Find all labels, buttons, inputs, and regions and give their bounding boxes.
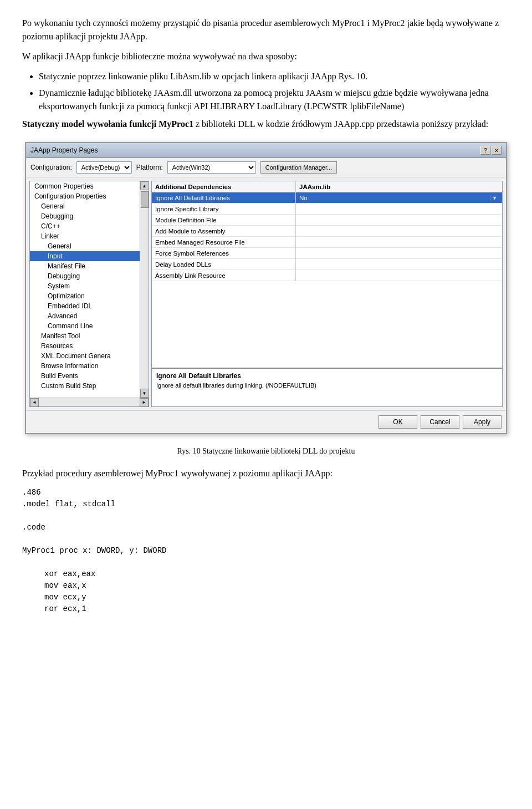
prop-value-force-symbol bbox=[296, 248, 502, 258]
prop-name-module-def: Module Definition File bbox=[152, 215, 296, 225]
tree-item-linker-general[interactable]: General bbox=[30, 241, 140, 251]
code-line10: mov ecx,y bbox=[22, 592, 510, 603]
code-line7 bbox=[22, 557, 510, 568]
scroll-up-arrow[interactable]: ▲ bbox=[140, 181, 149, 190]
prop-value-embed-managed bbox=[296, 237, 502, 247]
titlebar-buttons: ? ✕ bbox=[480, 146, 502, 155]
code-line3 bbox=[22, 510, 510, 522]
tree-item-resources[interactable]: Resources bbox=[30, 341, 140, 351]
prop-row-force-symbol[interactable]: Force Symbol References bbox=[152, 248, 502, 259]
prop-name-delay-loaded: Delay Loaded DLLs bbox=[152, 259, 296, 269]
code-line4: .code bbox=[22, 522, 510, 533]
tree-item-linker-debugging[interactable]: Debugging bbox=[30, 271, 140, 281]
apply-button[interactable]: Apply bbox=[463, 415, 502, 429]
help-button[interactable]: ? bbox=[480, 146, 490, 155]
prop-value-ignore-specific bbox=[296, 203, 502, 214]
prop-row-ignore-specific[interactable]: Ignore Specific Library bbox=[152, 203, 502, 215]
code-line9: mov eax,x bbox=[22, 580, 510, 592]
scroll-down-arrow[interactable]: ▼ bbox=[140, 389, 149, 398]
config-label: Configuration: bbox=[30, 164, 72, 171]
intro-para1: Po wykonaniu tych czynności możemy przys… bbox=[22, 17, 510, 43]
tree-item-general[interactable]: General bbox=[30, 201, 140, 211]
prop-value-ignore-all: No ▼ bbox=[296, 192, 502, 203]
props-header-name: Additional Dependencies bbox=[152, 181, 296, 192]
prop-value-text-ignore-all: No bbox=[299, 195, 490, 201]
prop-row-ignore-all[interactable]: Ignore All Default Libraries No ▼ bbox=[152, 192, 502, 203]
dialog-footer: OK Cancel Apply bbox=[26, 410, 506, 433]
intro-para3: Statyczny model wywołania funkcji MyProc… bbox=[22, 118, 510, 131]
tree-item-advanced[interactable]: Advanced bbox=[30, 311, 140, 321]
prop-row-assembly-link[interactable]: Assembly Link Resource bbox=[152, 270, 502, 281]
tree-items: Common Properties Configuration Properti… bbox=[30, 181, 140, 398]
prop-name-add-module: Add Module to Assembly bbox=[152, 226, 296, 236]
dialog-toolbar: Configuration: Active(Debug) Platform: A… bbox=[26, 158, 506, 177]
prop-value-module-def bbox=[296, 215, 502, 225]
props-description: Ignore All Default Libraries Ignore all … bbox=[152, 368, 502, 406]
props-header-value: JAAsm.lib bbox=[296, 181, 502, 192]
code-line2: .model flat, stdcall bbox=[22, 498, 510, 510]
tree-item-config-properties[interactable]: Configuration Properties bbox=[30, 191, 140, 201]
code-line5 bbox=[22, 533, 510, 545]
scroll-thumb[interactable] bbox=[141, 191, 149, 208]
tree-item-custom-build[interactable]: Custom Build Step bbox=[30, 381, 140, 391]
tree-item-system[interactable]: System bbox=[30, 281, 140, 291]
code-block: .486 .model flat, stdcall .code MyProc1 … bbox=[22, 487, 510, 615]
tree-item-linker[interactable]: Linker bbox=[30, 231, 140, 241]
code-line8: xor eax,eax bbox=[22, 568, 510, 580]
example-intro: Przykład procedury asemblerowej MyProc1 … bbox=[22, 467, 510, 480]
tree-item-common-properties[interactable]: Common Properties bbox=[30, 181, 140, 191]
prop-row-embed-managed[interactable]: Embed Managed Resource File bbox=[152, 237, 502, 248]
h-scroll-right[interactable]: ► bbox=[140, 398, 149, 407]
cancel-button[interactable]: Cancel bbox=[421, 415, 459, 429]
intro-bullet2: Dynamicznie ładując bibliotekę JAAsm.dll… bbox=[39, 87, 510, 113]
code-line11: ror ecx,1 bbox=[22, 603, 510, 615]
intro-para2: W aplikacji JAApp funkcje biblioteczne m… bbox=[22, 50, 510, 63]
dialog-title: JAApp Property Pages bbox=[30, 146, 98, 154]
tree-vertical-scrollbar[interactable]: ▲ ▼ bbox=[140, 181, 149, 398]
tree-item-input[interactable]: Input bbox=[30, 251, 140, 261]
prop-name-assembly-link: Assembly Link Resource bbox=[152, 270, 296, 281]
prop-row-delay-loaded[interactable]: Delay Loaded DLLs bbox=[152, 259, 502, 270]
prop-name-ignore-specific: Ignore Specific Library bbox=[152, 203, 296, 214]
tree-horizontal-scrollbar[interactable]: ◄ ► bbox=[30, 398, 149, 406]
tree-item-debugging[interactable]: Debugging bbox=[30, 211, 140, 221]
code-line6: MyProc1 proc x: DWORD, y: DWORD bbox=[22, 545, 510, 557]
props-table: Additional Dependencies JAAsm.lib Ignore… bbox=[152, 181, 502, 368]
platform-select[interactable]: Active(Win32) bbox=[167, 161, 256, 174]
tree-item-cpp[interactable]: C/C++ bbox=[30, 221, 140, 231]
figure-caption: Rys. 10 Statyczne linkowanie biblioteki … bbox=[22, 445, 510, 457]
tree-item-manifest-file[interactable]: Manifest File bbox=[30, 261, 140, 271]
prop-value-add-module bbox=[296, 226, 502, 236]
ok-button[interactable]: OK bbox=[378, 415, 417, 429]
prop-name-force-symbol: Force Symbol References bbox=[152, 248, 296, 258]
code-line1: .486 bbox=[22, 487, 510, 498]
platform-label: Platform: bbox=[136, 164, 163, 171]
tree-item-embedded-idl[interactable]: Embedded IDL bbox=[30, 301, 140, 311]
tree-item-manifest-tool[interactable]: Manifest Tool bbox=[30, 331, 140, 341]
prop-row-add-module[interactable]: Add Module to Assembly bbox=[152, 226, 502, 237]
prop-value-delay-loaded bbox=[296, 259, 502, 269]
h-scroll-track bbox=[39, 398, 140, 406]
dialog-body: Common Properties Configuration Properti… bbox=[26, 177, 506, 410]
prop-dropdown-arrow-ignore-all[interactable]: ▼ bbox=[490, 195, 499, 201]
tree-item-optimization[interactable]: Optimization bbox=[30, 291, 140, 301]
tree-panel: Common Properties Configuration Properti… bbox=[29, 181, 149, 407]
close-button[interactable]: ✕ bbox=[492, 146, 502, 155]
props-panel: Additional Dependencies JAAsm.lib Ignore… bbox=[151, 181, 503, 407]
intro-bullet1: Statycznie poprzez linkowanie pliku LibA… bbox=[39, 70, 510, 83]
desc-title: Ignore All Default Libraries bbox=[156, 372, 498, 380]
tree-item-build-events[interactable]: Build Events bbox=[30, 371, 140, 381]
tree-item-xml-doc[interactable]: XML Document Genera bbox=[30, 351, 140, 361]
prop-name-ignore-all: Ignore All Default Libraries bbox=[152, 192, 296, 203]
config-manager-button[interactable]: Configuration Manager... bbox=[260, 161, 337, 174]
tree-item-browse-info[interactable]: Browse Information bbox=[30, 361, 140, 371]
prop-value-assembly-link bbox=[296, 270, 502, 281]
config-select[interactable]: Active(Debug) bbox=[76, 161, 132, 174]
tree-item-command-line[interactable]: Command Line bbox=[30, 321, 140, 331]
h-scroll-left[interactable]: ◄ bbox=[30, 398, 39, 407]
prop-name-embed-managed: Embed Managed Resource File bbox=[152, 237, 296, 247]
prop-row-module-def[interactable]: Module Definition File bbox=[152, 215, 502, 226]
property-pages-dialog: JAApp Property Pages ? ✕ Configuration: … bbox=[25, 142, 507, 434]
props-header-row: Additional Dependencies JAAsm.lib bbox=[152, 181, 502, 192]
desc-text: Ignore all default libraries during link… bbox=[156, 382, 498, 389]
